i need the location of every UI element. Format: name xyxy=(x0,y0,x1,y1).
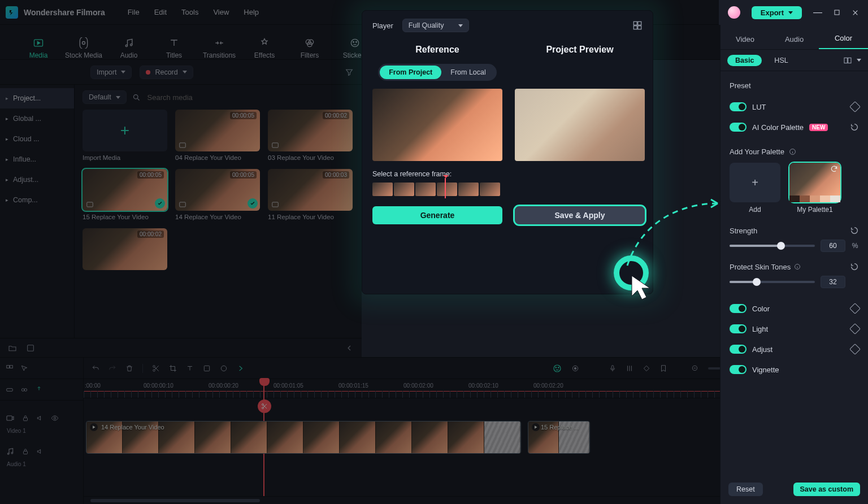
chevron-down-icon[interactable] xyxy=(857,59,861,62)
tl-marker-icon[interactable] xyxy=(35,386,43,394)
text-icon[interactable] xyxy=(186,364,194,372)
lock-icon[interactable] xyxy=(21,447,29,455)
export-button[interactable]: Export xyxy=(752,6,802,19)
cut-marker-icon[interactable] xyxy=(258,399,271,413)
save-custom-button[interactable]: Save as custom xyxy=(793,483,861,496)
compare-icon[interactable] xyxy=(843,56,852,65)
ai-palette-toggle[interactable] xyxy=(730,123,747,132)
tree-adjust[interactable]: ▸Adjust... xyxy=(0,170,74,190)
info-icon[interactable] xyxy=(794,263,801,270)
from-local-tab[interactable]: From Local xyxy=(441,66,495,79)
skin-value[interactable]: 32 xyxy=(821,276,845,288)
cut-icon[interactable] xyxy=(152,364,160,372)
tl-link2-icon[interactable] xyxy=(20,386,28,394)
marker2-icon[interactable] xyxy=(659,364,667,372)
keyframe-icon[interactable] xyxy=(849,303,861,314)
light-toggle[interactable] xyxy=(730,324,747,333)
mute-icon[interactable] xyxy=(36,447,44,455)
palette-my1[interactable]: My Palette1 xyxy=(789,163,840,214)
frame-icon[interactable] xyxy=(203,364,211,372)
reference-frames[interactable] xyxy=(372,183,500,196)
tile-04[interactable]: 00:00:0504 Replace Your Video xyxy=(175,110,260,161)
new-folder-icon[interactable] xyxy=(8,344,17,353)
tile-15[interactable]: 00:00:0515 Replace Your Video xyxy=(83,169,167,220)
color-toggle[interactable] xyxy=(730,304,747,313)
lock-icon[interactable] xyxy=(21,414,29,422)
search-input[interactable] xyxy=(146,93,354,102)
keyframe-icon[interactable] xyxy=(849,323,861,334)
tab-audio[interactable]: Audio xyxy=(770,35,819,49)
crop-icon[interactable] xyxy=(169,364,177,372)
tile-11[interactable]: 00:00:0311 Replace Your Video xyxy=(268,169,353,220)
menu-edit[interactable]: Edit xyxy=(154,8,167,16)
filter-icon[interactable] xyxy=(345,68,354,77)
window-close-icon[interactable] xyxy=(852,9,859,16)
mask-icon[interactable] xyxy=(220,364,228,372)
lut-toggle[interactable] xyxy=(730,102,747,111)
from-project-tab[interactable]: From Project xyxy=(380,66,441,79)
tile-extra[interactable]: 00:00:02 xyxy=(83,228,167,273)
keyframe-icon[interactable] xyxy=(849,101,861,112)
tree-project[interactable]: ▸Project... xyxy=(0,88,74,108)
undo-icon[interactable] xyxy=(92,364,99,372)
tl-cursor-icon[interactable] xyxy=(20,364,28,372)
record-dropdown[interactable]: Record xyxy=(140,66,193,79)
mod-filters[interactable]: Filters xyxy=(287,37,332,59)
reset-icon[interactable] xyxy=(850,262,859,271)
vignette-toggle[interactable] xyxy=(730,365,747,374)
tree-comp[interactable]: ▸Comp... xyxy=(0,190,74,210)
adjust-section[interactable]: Adjust xyxy=(730,339,859,359)
mod-effects[interactable]: Effects xyxy=(242,37,287,59)
mod-titles[interactable]: Titles xyxy=(151,37,197,59)
tab-video[interactable]: Video xyxy=(721,35,770,49)
palette-add[interactable]: + Add xyxy=(730,163,780,214)
clip-14[interactable]: 14 Replace Your Video xyxy=(86,421,521,454)
mod-stock[interactable]: Stock Media xyxy=(61,37,106,59)
strength-slider[interactable] xyxy=(730,245,815,247)
menu-tools[interactable]: Tools xyxy=(181,8,198,16)
tile-import[interactable]: +Import Media xyxy=(83,110,167,161)
tile-14[interactable]: 00:00:0514 Replace Your Video xyxy=(175,169,260,220)
save-apply-button[interactable]: Save & Apply xyxy=(515,206,645,224)
sort-dropdown[interactable]: Default xyxy=(83,90,127,104)
window-minimize-icon[interactable]: — xyxy=(813,7,822,18)
strength-value[interactable]: 60 xyxy=(821,240,845,252)
vignette-section[interactable]: Vignette xyxy=(730,359,859,380)
new-bin-icon[interactable] xyxy=(26,344,35,353)
reset-button[interactable]: Reset xyxy=(728,483,763,496)
tree-cloud[interactable]: ▸Cloud ... xyxy=(0,129,74,149)
rec-icon[interactable] xyxy=(571,364,579,372)
layout-grid-icon[interactable] xyxy=(632,20,643,31)
mic-icon[interactable] xyxy=(609,364,617,372)
light-section[interactable]: Light xyxy=(730,319,859,339)
info-icon[interactable] xyxy=(789,148,796,155)
keyframe-icon[interactable] xyxy=(643,364,650,372)
subtab-hsl[interactable]: HSL xyxy=(766,55,796,66)
frame-playhead[interactable] xyxy=(445,178,446,198)
clip-15[interactable]: 15 Replace ... xyxy=(528,421,590,454)
window-maximize-icon[interactable] xyxy=(834,9,840,16)
keyframe-icon[interactable] xyxy=(849,344,861,355)
tl-link-icon[interactable] xyxy=(6,386,14,394)
menu-view[interactable]: View xyxy=(213,8,229,16)
color-section[interactable]: Color xyxy=(730,298,859,319)
tab-color[interactable]: Color xyxy=(819,34,868,49)
tile-03[interactable]: 00:00:0203 Replace Your Video xyxy=(268,110,353,161)
reset-icon[interactable] xyxy=(850,123,859,132)
menu-help[interactable]: Help xyxy=(244,8,259,16)
video-track-icon[interactable] xyxy=(6,414,15,423)
generate-button[interactable]: Generate xyxy=(372,206,502,224)
mixer-icon[interactable] xyxy=(626,364,633,372)
collapse-icon[interactable] xyxy=(345,344,354,353)
menu-file[interactable]: File xyxy=(128,8,140,16)
delete-icon[interactable] xyxy=(125,364,133,372)
import-dropdown[interactable]: Import xyxy=(90,66,132,79)
quality-dropdown[interactable]: Full Quality xyxy=(402,19,470,32)
audio-track-icon[interactable] xyxy=(6,447,15,456)
mute-icon[interactable] xyxy=(36,414,44,422)
tl-tool-icon[interactable] xyxy=(6,364,14,372)
ai-icon[interactable] xyxy=(552,363,562,373)
zoom-out-icon[interactable] xyxy=(691,364,699,372)
skin-slider[interactable] xyxy=(730,281,815,283)
reset-icon[interactable] xyxy=(850,226,859,235)
